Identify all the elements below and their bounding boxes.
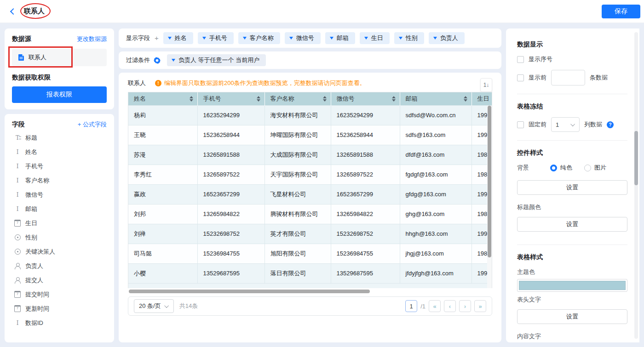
field-item[interactable]: 提交人 bbox=[12, 273, 107, 287]
field-type-icon bbox=[14, 148, 21, 156]
field-item[interactable]: 邮箱 bbox=[12, 202, 107, 216]
display-field-chip[interactable]: 客户名称 bbox=[238, 32, 280, 44]
column-header[interactable]: 手机号 bbox=[197, 92, 264, 105]
last-page-button[interactable]: » bbox=[474, 300, 486, 312]
solid-color-radio[interactable]: 纯色 bbox=[550, 164, 572, 172]
freeze-title: 表格冻结 bbox=[517, 102, 627, 111]
field-label: 负责人 bbox=[25, 262, 43, 270]
show-index-checkbox[interactable] bbox=[517, 56, 524, 63]
sort-carets-icon bbox=[323, 96, 327, 102]
column-header[interactable]: 客户名称 bbox=[264, 92, 331, 105]
cell-email: sdfsd@Wo.com.cn bbox=[400, 105, 472, 125]
field-type-icon bbox=[14, 262, 21, 270]
chip-label: 客户名称 bbox=[250, 34, 274, 42]
display-field-chips: 姓名 手机号 客户名称 微信号 bbox=[163, 32, 465, 44]
header-text-set-button[interactable]: 设置 bbox=[517, 309, 627, 324]
gear-icon[interactable] bbox=[154, 57, 161, 64]
warning-icon: ! bbox=[155, 80, 161, 86]
field-item[interactable]: 提交时间 bbox=[12, 287, 107, 301]
page-size-value: 20 条/页 bbox=[139, 302, 161, 310]
cell-phone: 13265897522 bbox=[197, 165, 264, 184]
cell-phone: 16523657299 bbox=[197, 184, 264, 204]
field-item[interactable]: 性别 bbox=[12, 230, 107, 245]
field-item[interactable]: 标题 bbox=[12, 131, 107, 145]
chevron-down-icon bbox=[172, 59, 175, 62]
first-page-button[interactable]: « bbox=[429, 300, 441, 312]
save-button[interactable]: 保存 bbox=[602, 5, 640, 18]
field-item[interactable]: 数据ID bbox=[12, 316, 107, 330]
freeze-columns-checkbox[interactable] bbox=[517, 121, 524, 128]
display-field-chip[interactable]: 微信号 bbox=[285, 32, 321, 44]
cell-wechat: 13265897522 bbox=[331, 165, 400, 184]
freeze-count-select[interactable]: 1 bbox=[551, 117, 580, 132]
table-row: 嬴政 16523657299 飞星材料公司 16523657299 gfdg@1… bbox=[128, 184, 492, 204]
limit-rows-input[interactable] bbox=[551, 70, 585, 85]
add-display-field-button[interactable]: + bbox=[155, 32, 159, 44]
cell-name: 王晓 bbox=[128, 125, 197, 145]
background-label: 背景 bbox=[517, 164, 550, 172]
chip-label: 姓名 bbox=[175, 34, 187, 42]
table-header-row: 姓名 手机号 客户名称 bbox=[128, 92, 492, 105]
change-datasource-link[interactable]: 更改数据源 bbox=[77, 35, 107, 43]
table-row: 李秀红 13265897522 天宇国际有限公司 13265897522 fgd… bbox=[128, 165, 492, 184]
column-header[interactable]: 生日 bbox=[472, 92, 492, 105]
column-header[interactable]: 微信号 bbox=[331, 92, 400, 105]
limit-rows-checkbox[interactable] bbox=[517, 74, 524, 81]
chevron-down-icon bbox=[433, 37, 437, 40]
scrollbar-thumb[interactable] bbox=[488, 106, 491, 257]
help-icon[interactable]: ? bbox=[607, 121, 614, 128]
filter-condition-chip[interactable]: 负责人 等于任意一个 当前用户 bbox=[167, 54, 266, 66]
table-horizontal-scrollbar[interactable] bbox=[128, 290, 492, 294]
field-item[interactable]: 关键决策人 bbox=[12, 245, 107, 259]
datasource-item[interactable]: 联系人 bbox=[12, 49, 107, 66]
next-page-button[interactable]: › bbox=[459, 300, 471, 312]
field-item[interactable]: 客户名称 bbox=[12, 173, 107, 188]
display-fields-card: 显示字段 + 姓名 手机号 客户名称 bbox=[119, 28, 501, 48]
column-header[interactable]: 姓名 bbox=[128, 92, 197, 105]
panel-scrollbar[interactable] bbox=[634, 32, 638, 339]
field-item[interactable]: 更新时间 bbox=[12, 301, 107, 316]
fields-card: 字段 + 公式字段 标题 姓名 bbox=[5, 114, 114, 342]
chevron-down-icon bbox=[243, 37, 247, 40]
field-item[interactable]: 生日 bbox=[12, 216, 107, 230]
background-set-button[interactable]: 设置 bbox=[517, 180, 627, 195]
cell-name: 苏漫 bbox=[128, 145, 197, 165]
theme-color-swatch[interactable] bbox=[517, 279, 627, 292]
column-header[interactable]: 邮箱 bbox=[400, 92, 472, 105]
cell-phone: 13529687595 bbox=[197, 263, 264, 283]
field-label: 性别 bbox=[25, 233, 37, 242]
field-item[interactable]: 姓名 bbox=[12, 145, 107, 159]
cell-customer: 坤曜国际有限公司 bbox=[264, 125, 331, 145]
table-vertical-scrollbar[interactable] bbox=[487, 106, 492, 288]
cell-phone: 16235294299 bbox=[197, 105, 264, 125]
scrollbar-thumb[interactable] bbox=[634, 131, 638, 185]
prev-page-button[interactable]: ‹ bbox=[444, 300, 456, 312]
sort-order-button[interactable]: 1↓ bbox=[480, 78, 492, 92]
field-label: 邮箱 bbox=[25, 205, 37, 213]
report-permission-button[interactable]: 报表权限 bbox=[12, 86, 107, 103]
field-item[interactable]: 负责人 bbox=[12, 259, 107, 273]
display-field-chip[interactable]: 性别 bbox=[394, 32, 424, 44]
theme-color-label: 主题色 bbox=[517, 268, 627, 276]
display-field-chip[interactable]: 负责人 bbox=[429, 32, 465, 44]
cell-wechat: 13529687595 bbox=[331, 263, 400, 283]
image-radio[interactable]: 图片 bbox=[584, 164, 606, 172]
field-list: 标题 姓名 手机号 客户名称 bbox=[12, 131, 107, 330]
title-color-set-button[interactable]: 设置 bbox=[517, 217, 627, 232]
content-text-label: 内容文字 bbox=[517, 332, 627, 341]
display-field-chip[interactable]: 生日 bbox=[360, 32, 390, 44]
display-field-chip[interactable]: 姓名 bbox=[163, 32, 193, 44]
back-chevron-icon[interactable] bbox=[10, 8, 17, 14]
table-row: 司马懿 15236984755 旭阳有限公司 15236984755 jhgj@… bbox=[128, 244, 492, 263]
permission-title: 数据获取权限 bbox=[12, 74, 107, 82]
chip-label: 负责人 bbox=[440, 34, 458, 42]
scrollbar-thumb[interactable] bbox=[129, 290, 370, 293]
field-item[interactable]: 微信号 bbox=[12, 188, 107, 202]
page-size-select[interactable]: 20 条/页 bbox=[134, 299, 174, 313]
page-number-input[interactable] bbox=[405, 300, 417, 312]
add-formula-field-link[interactable]: + 公式字段 bbox=[78, 120, 107, 129]
chevron-down-icon bbox=[399, 37, 402, 40]
display-field-chip[interactable]: 邮箱 bbox=[325, 32, 355, 44]
field-item[interactable]: 手机号 bbox=[12, 159, 107, 173]
display-field-chip[interactable]: 手机号 bbox=[198, 32, 234, 44]
